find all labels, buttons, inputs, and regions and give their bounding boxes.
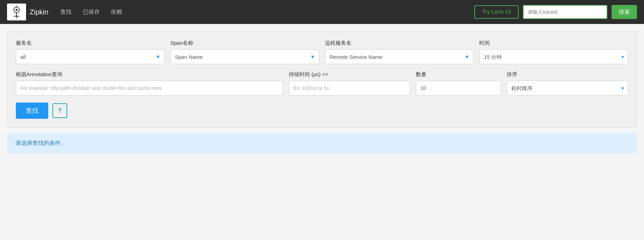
nav-find[interactable]: 查找	[55, 6, 76, 19]
form-row-1: 服务名 all ▼ Span名称 Span Name ▼ 远程服务名 Remot…	[16, 40, 628, 64]
count-input[interactable]	[416, 81, 501, 96]
remote-service-select-wrapper: Remote Service Name ▼	[325, 49, 474, 64]
duration-group: 持续时间 (μs) >=	[289, 71, 410, 96]
svg-point-2	[15, 9, 18, 11]
nav-deps[interactable]: 依赖	[106, 6, 127, 19]
navbar: Zipkin 查找 已保存 依赖 Try Lens UI 搜索	[0, 0, 644, 24]
time-select[interactable]: 1 分钟 5 分钟 15 分钟 30 分钟 1 小时 2 小时 6 小时 12 …	[479, 49, 628, 64]
help-button[interactable]: ?	[52, 103, 67, 118]
duration-label: 持续时间 (μs) >=	[289, 71, 410, 78]
count-group: 数量	[416, 71, 501, 96]
service-name-select[interactable]: all	[16, 49, 165, 64]
count-label: 数量	[416, 71, 501, 78]
annotation-label: 根据Annotation查询	[16, 71, 283, 78]
time-label: 时间	[479, 40, 628, 47]
sort-group: 排序 耗时降序 耗时升序 开始时间降序 开始时间升序 ▾	[507, 71, 628, 96]
span-name-select-wrapper: Span Name ▼	[170, 49, 319, 64]
remote-service-group: 远程服务名 Remote Service Name ▼	[325, 40, 474, 64]
remote-service-label: 远程服务名	[325, 40, 474, 47]
btn-row: 查找 ?	[16, 103, 628, 119]
nav-links: 查找 已保存 依赖	[55, 6, 474, 19]
main-content: 服务名 all ▼ Span名称 Span Name ▼ 远程服务名 Remot…	[0, 24, 644, 153]
span-name-group: Span名称 Span Name ▼	[170, 40, 319, 64]
brand-name: Zipkin	[30, 8, 48, 16]
nav-search-button[interactable]: 搜索	[612, 5, 637, 19]
info-bar: 请选择查找的条件。	[7, 133, 637, 153]
search-panel: 服务名 all ▼ Span名称 Span Name ▼ 远程服务名 Remot…	[7, 31, 637, 128]
service-name-select-wrapper: all ▼	[16, 49, 165, 64]
remote-service-select[interactable]: Remote Service Name	[325, 49, 474, 64]
sort-select-wrapper: 耗时降序 耗时升序 开始时间降序 开始时间升序 ▾	[507, 81, 628, 96]
service-name-label: 服务名	[16, 40, 165, 47]
nav-saved[interactable]: 已保存	[78, 6, 105, 19]
brand-link[interactable]: Zipkin	[7, 4, 48, 20]
service-name-group: 服务名 all ▼	[16, 40, 165, 64]
zipkin-logo	[7, 4, 26, 20]
zipkin-logo-svg	[10, 6, 24, 18]
find-button[interactable]: 查找	[16, 103, 48, 119]
annotation-input[interactable]	[16, 81, 283, 96]
duration-input[interactable]	[289, 81, 410, 96]
time-select-wrapper: 1 分钟 5 分钟 15 分钟 30 分钟 1 小时 2 小时 6 小时 12 …	[479, 49, 628, 64]
help-icon: ?	[58, 107, 62, 115]
annotation-group: 根据Annotation查询	[16, 71, 283, 96]
try-lens-button[interactable]: Try Lens UI	[474, 5, 519, 19]
sort-select[interactable]: 耗时降序 耗时升序 开始时间降序 开始时间升序	[507, 81, 628, 96]
navbar-right: Try Lens UI 搜索	[474, 5, 637, 19]
span-name-select[interactable]: Span Name	[170, 49, 319, 64]
sort-label: 排序	[507, 71, 628, 78]
form-row-2: 根据Annotation查询 持续时间 (μs) >= 数量 排序 耗时降序 耗…	[16, 71, 628, 96]
span-name-label: Span名称	[170, 40, 319, 47]
time-group: 时间 1 分钟 5 分钟 15 分钟 30 分钟 1 小时 2 小时 6 小时 …	[479, 40, 628, 64]
traceid-input[interactable]	[523, 5, 607, 19]
info-text: 请选择查找的条件。	[15, 140, 66, 146]
